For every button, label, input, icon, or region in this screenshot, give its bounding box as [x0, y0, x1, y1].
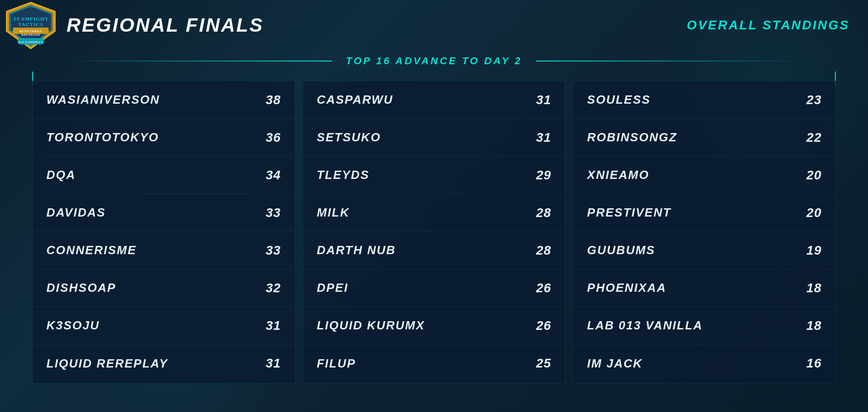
player-score: 38: [266, 93, 281, 107]
player-score: 33: [266, 206, 281, 220]
logo-container: TEAMFIGHT TACTICS RUNETERRA REFORGED NA …: [5, 1, 57, 50]
player-row: LIQUID REREPLAY31: [33, 345, 295, 382]
player-name: SOULESS: [587, 93, 650, 107]
player-row: CASPARWU31: [303, 81, 565, 119]
player-row: K3SOJU31: [33, 307, 295, 345]
player-name: PHOENIXAA: [587, 281, 666, 295]
player-name: WASIANIVERSON: [46, 93, 160, 107]
player-score: 36: [266, 130, 281, 145]
player-row: SETSUKO31: [303, 119, 565, 156]
player-name: TLEYDS: [317, 168, 370, 182]
player-score: 26: [536, 281, 551, 295]
player-name: DAVIDAS: [46, 206, 106, 220]
player-score: 29: [536, 168, 551, 183]
player-row: TLEYDS29: [303, 156, 565, 194]
player-row: TORONTOTOKYO36: [33, 119, 295, 156]
player-name: K3SOJU: [46, 318, 100, 333]
player-score: 31: [266, 356, 281, 371]
main-content: WASIANIVERSON38TORONTOTOKYO36DQA34DAVIDA…: [0, 81, 868, 384]
player-name: DPEI: [317, 281, 349, 295]
player-row: LIQUID KURUMX26: [303, 307, 565, 345]
player-name: LAB 013 VANILLA: [587, 318, 703, 333]
player-name: PRESTIVENT: [587, 206, 671, 220]
player-score: 31: [266, 318, 281, 333]
svg-text:TEAMFIGHT: TEAMFIGHT: [13, 16, 48, 22]
player-name: IM JACK: [587, 356, 643, 371]
player-row: MILK28: [303, 194, 565, 232]
player-row: PRESTIVENT20: [573, 194, 835, 232]
top16-text: TOP 16 ADVANCE TO DAY 2: [332, 55, 536, 67]
player-name: ROBINSONGZ: [587, 130, 677, 145]
player-score: 18: [806, 318, 822, 333]
player-name: TORONTOTOKYO: [46, 130, 159, 145]
banner-line-right: [536, 61, 804, 61]
player-score: 34: [266, 168, 281, 183]
player-score: 25: [536, 356, 551, 371]
standings-label: OVERALL STANDINGS: [687, 18, 850, 33]
player-row: SOULESS23: [573, 81, 835, 119]
player-name: SETSUKO: [317, 130, 381, 145]
header-left: TEAMFIGHT TACTICS RUNETERRA REFORGED NA …: [5, 1, 264, 50]
player-name: MILK: [317, 206, 350, 220]
player-name: FILUP: [317, 356, 356, 371]
column-2: CASPARWU31SETSUKO31TLEYDS29MILK28DARTH N…: [303, 81, 566, 384]
player-name: CONNERISME: [46, 243, 136, 257]
player-score: 31: [536, 130, 551, 145]
player-row: ROBINSONGZ22: [573, 119, 835, 156]
player-row: FILUP25: [303, 345, 565, 382]
svg-text:RUNETERRA: RUNETERRA: [20, 29, 42, 33]
player-score: 20: [806, 168, 822, 183]
player-score: 19: [806, 243, 822, 258]
svg-text:NA ESPORTS: NA ESPORTS: [18, 40, 43, 44]
tft-logo: TEAMFIGHT TACTICS RUNETERRA REFORGED NA …: [5, 1, 57, 50]
player-name: GUUBUMS: [587, 243, 655, 257]
player-score: 31: [536, 93, 551, 107]
player-row: DAVIDAS33: [33, 194, 295, 232]
player-name: DQA: [46, 168, 76, 182]
player-row: DISHSOAP32: [33, 269, 295, 307]
player-name: CASPARWU: [317, 93, 394, 107]
header: TEAMFIGHT TACTICS RUNETERRA REFORGED NA …: [0, 0, 868, 50]
svg-text:TACTICS: TACTICS: [18, 22, 43, 27]
player-score: 16: [806, 356, 822, 371]
player-row: WASIANIVERSON38: [33, 81, 295, 119]
player-name: LIQUID KURUMX: [317, 318, 425, 333]
player-row: DPEI26: [303, 269, 565, 307]
player-score: 28: [536, 206, 551, 220]
player-score: 26: [536, 318, 551, 333]
player-row: GUUBUMS19: [573, 232, 835, 269]
player-score: 32: [266, 281, 281, 295]
svg-text:REFORGED: REFORGED: [22, 33, 40, 36]
column-1: WASIANIVERSON38TORONTOTOKYO36DQA34DAVIDA…: [32, 81, 295, 384]
player-score: 33: [266, 243, 281, 258]
player-score: 20: [806, 206, 822, 220]
page-title: REGIONAL FINALS: [67, 14, 264, 36]
player-name: DARTH NUB: [317, 243, 396, 257]
player-row: IM JACK16: [573, 345, 835, 382]
player-row: LAB 013 VANILLA18: [573, 307, 835, 345]
player-row: DARTH NUB28: [303, 232, 565, 269]
player-name: XNIEAMO: [587, 168, 649, 182]
player-score: 18: [806, 281, 822, 295]
player-row: XNIEAMO20: [573, 156, 835, 194]
player-score: 23: [806, 93, 822, 107]
player-row: PHOENIXAA18: [573, 269, 835, 307]
column-3: SOULESS23ROBINSONGZ22XNIEAMO20PRESTIVENT…: [573, 81, 836, 384]
player-row: CONNERISME33: [33, 232, 295, 269]
player-score: 28: [536, 243, 551, 258]
top16-banner: TOP 16 ADVANCE TO DAY 2: [64, 50, 804, 72]
player-name: DISHSOAP: [46, 281, 116, 295]
player-score: 22: [806, 130, 822, 145]
player-name: LIQUID REREPLAY: [46, 356, 168, 371]
player-row: DQA34: [33, 156, 295, 194]
banner-line-left: [64, 61, 332, 61]
